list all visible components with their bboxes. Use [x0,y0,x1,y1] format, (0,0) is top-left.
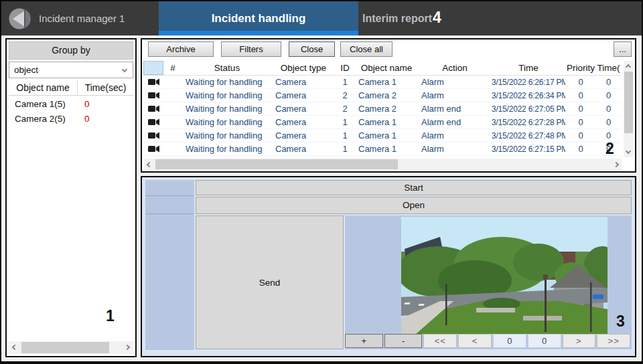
cell-time2: 0 [596,102,621,115]
cell-object-type: Camera [272,116,335,128]
video-control-label: > [576,336,582,346]
cell-object-type: Camera [272,89,335,102]
cell-object-name: Camera 1 [355,129,418,142]
cell-object-type: Camera [272,129,335,142]
scrollbar-thumb[interactable] [624,72,633,133]
cell-object-type: Camera [272,102,335,115]
group-table-row[interactable]: Camera 2(5) 0 [9,112,133,126]
incident-row[interactable]: Waiting for handling Camera 1 Camera 1 A… [143,143,621,156]
video-control-button[interactable]: >> [597,334,630,348]
cell-number [163,116,182,128]
cell-time: 3/15/2022 6:26:17 PM [492,76,565,88]
open-button[interactable]: Open [196,197,632,214]
cell-object-type: Camera [272,76,335,88]
incident-row[interactable]: Waiting for handling Camera 2 Camera 2 A… [143,89,621,102]
send-button-label: Send [259,278,281,288]
video-camera-icon [143,116,163,128]
archive-button[interactable]: Archive [148,41,214,57]
incident-table-body: Waiting for handling Camera 1 Camera 1 A… [143,76,621,156]
column-priority[interactable]: Priority [565,61,596,75]
scroll-up-icon[interactable] [626,64,631,70]
column-status[interactable]: Status [182,61,272,75]
cell-time: 3/15/2022 6:27:15 PM [492,143,565,155]
column-object-name[interactable]: Object name [355,61,418,75]
camera-video-frame[interactable] [401,217,608,334]
incident-row[interactable]: Waiting for handling Camera 1 Camera 1 A… [143,116,621,129]
cell-id: 2 [335,89,355,102]
group-by-dropdown-value: object [14,65,38,75]
column-object-type[interactable]: Object type [272,61,335,75]
group-table-row[interactable]: Camera 1(5) 0 [9,97,133,112]
cell-time: 3/15/2022 6:27:05 PM [492,102,565,115]
group-table-rows: Camera 1(5) 0 Camera 2(5) 0 [9,97,133,126]
send-button[interactable]: Send [196,215,344,349]
video-control-button[interactable]: - [384,334,423,348]
scroll-left-icon[interactable] [147,162,152,167]
scroll-left-icon[interactable] [12,345,17,350]
video-control-label: >> [608,336,620,346]
tab-interim-report[interactable]: Interim report [361,1,433,35]
object-name-value: Camera 2(5) [9,112,78,126]
video-area: + - << < 0 [345,215,632,349]
cell-time2: 0 [596,116,621,128]
cell-priority: 0 [565,129,596,142]
cell-time: 3/15/2022 6:27:28 PM [492,116,565,128]
side-column-cell[interactable] [145,196,194,214]
video-camera-icon [143,89,163,102]
incident-manager-window: Incident manager 1 Incident handling Int… [0,0,643,364]
scrollbar-thumb[interactable] [155,159,398,169]
group-by-dropdown[interactable]: object [9,62,133,78]
close-button[interactable]: Close [289,41,335,57]
start-button[interactable]: Start [196,180,632,195]
video-control-button[interactable]: + [345,334,383,348]
column-id[interactable]: ID [335,61,355,75]
incident-row[interactable]: Waiting for handling Camera 1 Camera 1 A… [143,76,621,89]
cell-action: Alarm [418,143,492,155]
column-time2[interactable]: Time( [596,61,621,75]
video-control-button[interactable]: 0 [493,334,526,348]
cell-action: Alarm [418,89,492,102]
scroll-right-icon[interactable] [125,345,130,350]
incident-row[interactable]: Waiting for handling Camera 2 Camera 2 A… [143,102,621,116]
video-control-label: < [472,336,478,346]
close-all-button[interactable]: Close all [340,41,392,57]
action-side-column [145,180,194,350]
incident-horizontal-scrollbar[interactable] [144,159,622,170]
handling-panel: Start Open Send [141,176,636,357]
column-icon[interactable] [143,61,163,75]
tab-incident-handling-label: Incident handling [212,12,306,25]
cell-object-name: Camera 2 [355,102,418,115]
cell-status: Waiting for handling [182,143,272,155]
video-control-button[interactable]: 0 [528,334,561,348]
column-number[interactable]: # [163,61,182,75]
incident-vertical-scrollbar[interactable] [624,61,634,157]
column-time[interactable]: Time [492,61,565,75]
cell-status: Waiting for handling [182,129,272,142]
group-by-panel: Group by object Object name Time(sec) Ca… [5,38,137,357]
cell-action: Alarm end [418,116,492,128]
cell-action: Alarm [418,76,492,88]
video-control-label: 0 [542,336,547,346]
time-sec-value: 0 [78,112,133,126]
group-by-header: Group by [9,41,133,60]
tab-incident-handling[interactable]: Incident handling [159,1,358,35]
cell-number [163,89,182,102]
scrollbar-thumb[interactable] [21,342,109,353]
tab-interim-report-label: Interim report [362,13,432,25]
video-control-label: - [402,336,405,346]
group-horizontal-scrollbar[interactable] [9,341,133,354]
more-options-button[interactable]: ... [614,41,632,57]
incident-row[interactable]: Waiting for handling Camera 1 Camera 1 A… [143,129,621,143]
filters-button[interactable]: Filters [221,41,281,57]
side-column-cell[interactable] [145,180,194,196]
column-object-name[interactable]: Object name [9,80,78,95]
cell-object-name: Camera 1 [355,116,418,128]
cell-id: 1 [335,143,355,155]
video-control-button[interactable]: < [458,334,492,348]
column-action[interactable]: Action [418,61,492,75]
video-control-button[interactable]: << [423,334,457,348]
column-time-sec[interactable]: Time(sec) [78,80,133,95]
scroll-down-icon[interactable] [626,149,631,154]
video-control-button[interactable]: > [563,334,596,348]
scroll-right-icon[interactable] [614,162,619,167]
